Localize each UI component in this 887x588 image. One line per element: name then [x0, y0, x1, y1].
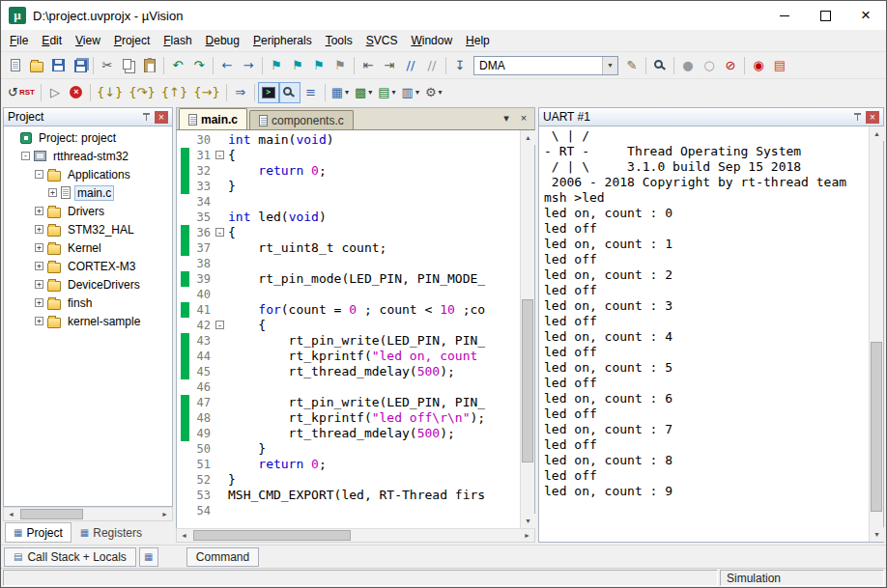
menu-file[interactable]: File [3, 32, 35, 49]
go-icon[interactable]: ⇒ [230, 82, 251, 103]
code-line-37[interactable]: 37 rt_uint8_t count; [177, 240, 520, 256]
scrollbar-track[interactable] [870, 141, 883, 527]
pin-icon[interactable] [141, 112, 152, 123]
code-line-47[interactable]: 47 rt_pin_write(LED_PIN, PIN_ [177, 395, 520, 410]
ver-scrollbar[interactable]: ▲ ▼ [520, 130, 534, 528]
close-panel-icon[interactable]: × [866, 111, 879, 124]
fold-toggle-icon[interactable]: - [215, 321, 224, 329]
disable-breakpoint-icon[interactable]: ○ [699, 55, 720, 76]
scrollbar-thumb[interactable] [20, 509, 83, 519]
code-line-40[interactable]: 40 [177, 287, 520, 302]
tree-expand-icon[interactable]: - [35, 170, 43, 179]
tree-expand-icon[interactable]: + [35, 207, 43, 215]
memory-window-dropdown[interactable]: ▩▾ [352, 82, 375, 103]
ver-scrollbar[interactable]: ▲ ▼ [869, 126, 883, 542]
undo-icon[interactable]: ↶ [167, 55, 188, 76]
code-line-44[interactable]: 44 rt_kprintf("led on, count [177, 349, 520, 364]
menu-window[interactable]: Window [404, 32, 459, 49]
reset-button[interactable]: ↺RST [5, 82, 38, 103]
hor-scrollbar[interactable]: ◄ ► [3, 507, 173, 521]
breakpoint-icon[interactable]: ● [677, 55, 699, 76]
nav-back-icon[interactable]: ← [216, 55, 238, 76]
code-line-31[interactable]: 31-{ [177, 148, 520, 163]
tree-item-cortex-m3[interactable]: +CORTEX-M3 [4, 257, 172, 275]
watch-window-dropdown[interactable]: ▦▾ [329, 82, 352, 103]
bookmark-next-icon[interactable]: ⚑ [308, 55, 329, 76]
menu-peripherals[interactable]: Peripherals [246, 32, 319, 49]
save-icon[interactable] [47, 55, 69, 76]
close-editor-icon[interactable]: × [515, 109, 532, 126]
menu-tools[interactable]: Tools [319, 32, 359, 49]
tree-expand-icon[interactable]: + [35, 243, 43, 252]
close-button[interactable]: × [845, 1, 886, 30]
scroll-left-icon[interactable]: ◄ [4, 508, 18, 520]
fold-toggle-icon[interactable]: - [215, 151, 224, 159]
menu-debug[interactable]: Debug [199, 32, 246, 49]
run-icon[interactable]: ▷ [44, 82, 66, 103]
tree-expand-icon[interactable]: + [35, 225, 43, 234]
scrollbar-track[interactable] [191, 529, 520, 542]
tree-expand-icon[interactable]: + [35, 280, 43, 289]
scroll-right-icon[interactable]: ► [157, 508, 172, 520]
code-line-41[interactable]: 41 for(count = 0 ; count < 10 ;co [177, 302, 520, 318]
tree-expand-icon[interactable]: + [35, 298, 43, 307]
menu-flash[interactable]: Flash [157, 32, 198, 49]
menu-project[interactable]: Project [107, 32, 157, 49]
tab-command[interactable]: Command [186, 547, 259, 567]
code-line-33[interactable]: 33} [177, 179, 520, 194]
tab-project[interactable]: ▦ Project [5, 522, 72, 543]
kill-breakpoints-icon[interactable]: ⊘ [720, 55, 741, 76]
minimize-button[interactable] [764, 1, 805, 30]
copy-icon[interactable] [118, 55, 139, 76]
scroll-down-icon[interactable]: ▼ [870, 527, 884, 542]
code-line-53[interactable]: 53MSH_CMD_EXPORT(led, RT-Thread firs [177, 488, 520, 503]
code-line-43[interactable]: 43 rt_pin_write(LED_PIN, PIN_ [177, 333, 520, 349]
cut-icon[interactable]: ✂ [97, 55, 118, 76]
code-line-54[interactable]: 54 [177, 503, 520, 518]
code-line-49[interactable]: 49 rt_thread_mdelay(500); [177, 426, 520, 441]
code-line-39[interactable]: 39 rt_pin_mode(LED_PIN, PIN_MODE_ [177, 271, 520, 287]
fold-toggle-icon[interactable]: - [215, 228, 224, 237]
code-line-45[interactable]: 45 rt_thread_mdelay(500); [177, 364, 520, 379]
tab-registers[interactable]: ▦ Registers [72, 522, 151, 543]
flash-download-icon[interactable]: ↧ [449, 55, 471, 76]
comment-icon[interactable]: // [400, 55, 421, 76]
disassembly-window-icon[interactable]: ≡ [300, 82, 322, 103]
find-in-files-icon[interactable] [649, 55, 671, 76]
scrollbar-track[interactable] [521, 145, 534, 514]
dock-grid-icon[interactable]: ▦ [139, 547, 158, 567]
code-view[interactable]: 30int main(void)31-{32 return 0;33}3435i… [177, 130, 520, 528]
tree-item-project-project[interactable]: Project: project [4, 128, 172, 147]
code-line-51[interactable]: 51 return 0; [177, 457, 520, 472]
books-window-icon[interactable]: ▤ [769, 55, 790, 76]
window-menu-icon[interactable]: ▾ [498, 109, 515, 126]
redo-icon[interactable]: ↷ [188, 55, 210, 76]
scroll-down-icon[interactable]: ▼ [521, 514, 535, 528]
tree-item-kernel-sample[interactable]: +kernel-sample [4, 312, 172, 330]
tree-item-stm32-hal[interactable]: +STM32_HAL [4, 220, 172, 238]
hor-scrollbar[interactable]: ◄ ► [176, 528, 535, 543]
menu-view[interactable]: View [69, 32, 107, 49]
target-select[interactable]: DMA▼ [473, 56, 618, 75]
close-panel-icon[interactable]: × [155, 111, 168, 124]
scrollbar-thumb[interactable] [193, 530, 351, 541]
menu-svcs[interactable]: SVCS [359, 32, 405, 49]
code-line-42[interactable]: 42- { [177, 318, 520, 333]
tree-item-rtthread-stm32[interactable]: -rtthread-stm32 [4, 147, 172, 165]
tab-components-c[interactable]: components.c [249, 110, 354, 129]
toolbox-dropdown[interactable]: ⚙▾ [422, 82, 445, 103]
menu-edit[interactable]: Edit [35, 32, 69, 49]
menu-help[interactable]: Help [459, 32, 497, 49]
tree-item-finsh[interactable]: +finsh [4, 294, 172, 312]
dropdown-arrow-icon[interactable]: ▼ [602, 57, 617, 74]
scrollbar-thumb[interactable] [522, 299, 533, 462]
tree-expand-icon[interactable]: + [35, 262, 43, 270]
scrollbar-track[interactable] [18, 508, 157, 520]
scroll-left-icon[interactable]: ◄ [177, 529, 191, 542]
bookmark-toggle-icon[interactable]: ⚑ [266, 55, 287, 76]
indent-left-icon[interactable]: ⇤ [358, 55, 379, 76]
step-out-icon[interactable]: {↑} [158, 82, 190, 103]
scrollbar-thumb[interactable] [871, 342, 882, 512]
tree-item-applications[interactable]: -Applications [4, 165, 172, 183]
scroll-up-icon[interactable]: ▲ [870, 126, 884, 141]
